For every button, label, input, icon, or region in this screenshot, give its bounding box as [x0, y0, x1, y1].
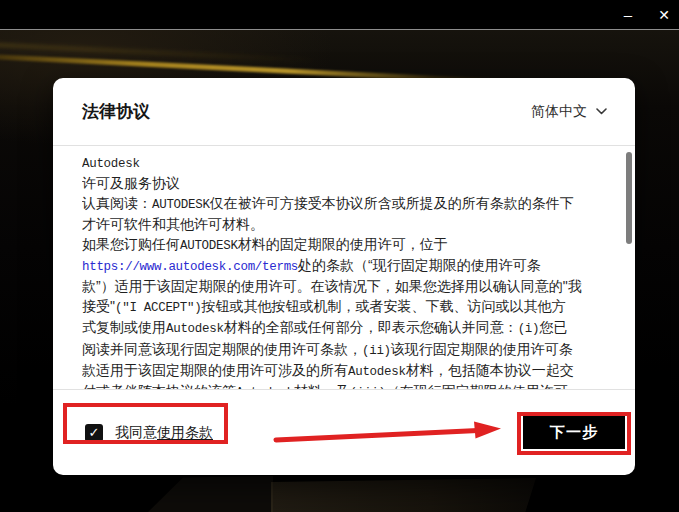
agreement-text: Autodesk许可及服务协议认真阅读：AUTODESK仅在被许可方接受本协议所… [82, 153, 591, 389]
gold-streak-faint [0, 43, 318, 62]
legal-agreement-dialog: 法律协议 简体中文 Autodesk许可及服务协议认真阅读：AUTODESK仅在… [53, 78, 635, 475]
agreement-line: 如果您订购任何AUTODESK材料的固定期限的使用许可，位于 [82, 235, 591, 256]
terms-url-link[interactable]: https://www.autodesk.com/terms [82, 260, 298, 274]
monitor-silhouette-left [148, 476, 273, 512]
minimize-icon: – [624, 6, 632, 23]
agreement-line: 款适用于该固定期限的使用许可涉及的所有Autodesk材料，包括随本协议一起交 [82, 361, 591, 382]
dialog-header: 法律协议 简体中文 [53, 78, 635, 146]
language-selector[interactable]: 简体中文 [531, 103, 607, 121]
agreement-line: 接受"("I ACCEPT")按钮或其他按钮或机制，或者安装、下载、访问或以其他… [82, 297, 591, 318]
close-icon: ✕ [658, 7, 670, 23]
checkbox-label-prefix: 我同意 [115, 424, 157, 440]
language-selector-label: 简体中文 [531, 103, 587, 121]
page-title: 法律协议 [82, 100, 150, 123]
scrollbar-thumb[interactable] [626, 152, 632, 244]
agreement-line: https://www.autodesk.com/terms处的条款（“现行固定… [82, 256, 591, 277]
minimize-button[interactable]: – [613, 0, 643, 29]
next-button[interactable]: 下一步 [523, 416, 625, 449]
agreement-line: 认真阅读：AUTODESK仅在被许可方接受本协议所含或所提及的所有条款的条件下 [82, 194, 591, 215]
agreement-line: 付或者伴随本协议的该等Autodesk材料，及(iii)（在现行固定期限的使用许… [82, 382, 591, 389]
chevron-down-icon [596, 108, 607, 115]
agreement-line: 式复制或使用Autodesk材料的全部或任何部分，即表示您确认并同意：(i)您已 [82, 318, 591, 339]
agreement-line: 许可及服务协议 [82, 174, 591, 193]
checkbox-label: 我同意使用条款 [115, 424, 213, 442]
dialog-footer: ✓ 我同意使用条款 下一步 [53, 389, 635, 475]
terms-link[interactable]: 使用条款 [157, 424, 213, 440]
agreement-line: 款”）适用于该固定期限的使用许可。在该情况下，如果您选择用以确认同意的"我 [82, 277, 591, 296]
monitor-silhouette [271, 478, 536, 512]
agreement-line: 阅读并同意该现行固定期限的使用许可条款，(ii)该现行固定期限的使用许可条 [82, 340, 591, 361]
license-text-area[interactable]: Autodesk许可及服务协议认真阅读：AUTODESK仅在被许可方接受本协议所… [53, 146, 635, 389]
agreement-line: 才许可软件和其他许可材料。 [82, 215, 591, 234]
agree-checkbox[interactable]: ✓ [85, 424, 103, 442]
checkmark-icon: ✓ [89, 425, 100, 440]
agree-terms-row[interactable]: ✓ 我同意使用条款 [85, 424, 213, 442]
agreement-line: Autodesk [82, 153, 591, 174]
close-button[interactable]: ✕ [649, 0, 679, 29]
window-titlebar: – ✕ [0, 0, 679, 29]
